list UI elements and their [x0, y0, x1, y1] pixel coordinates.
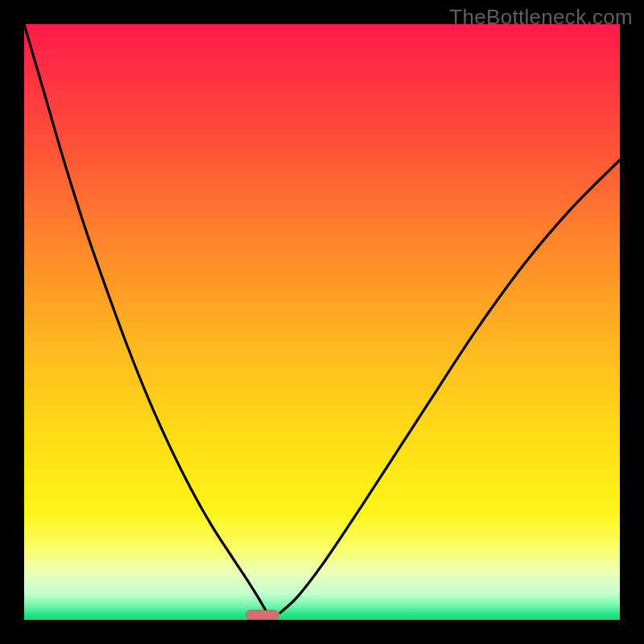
plot-background [24, 24, 620, 620]
bottleneck-chart [24, 24, 620, 620]
watermark-text: TheBottleneck.com [449, 5, 633, 30]
min-marker [246, 610, 279, 620]
chart-frame: TheBottleneck.com [0, 0, 644, 644]
